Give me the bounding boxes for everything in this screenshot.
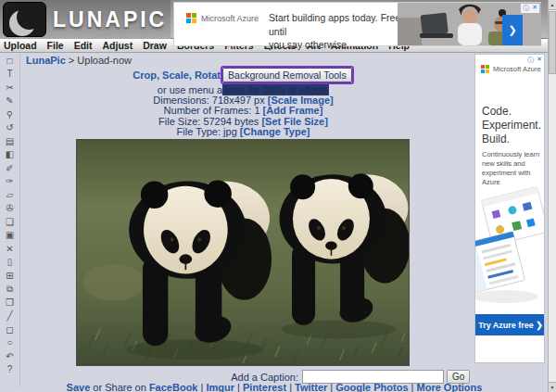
lunapic-logo[interactable]: LUNAPIC (0, 0, 171, 39)
ad-brand: Microsoft Azure (493, 65, 541, 73)
twitter-link[interactable]: Twitter (295, 382, 327, 392)
microsoft-logo-icon (186, 13, 196, 23)
info-label: File Type: (177, 126, 224, 137)
share-joiner-text: or Share on (90, 382, 149, 392)
info-value: 57294 bytes (203, 116, 261, 127)
menu-item-upload[interactable]: Upload (4, 40, 45, 51)
info-value: 718x497 px (212, 95, 268, 106)
ad-close-icon[interactable]: ✕ (532, 4, 537, 13)
try-azure-free-button[interactable]: Try Azure free ❯ (475, 314, 545, 335)
add-frame-link[interactable]: [Add Frame] (263, 105, 323, 116)
scissors-tool-icon[interactable]: ✂ (6, 81, 13, 95)
select-rectangle-tool-icon[interactable]: □ (6, 54, 12, 68)
menu-item-edit[interactable]: Edit (74, 40, 101, 51)
zoom-tool-icon[interactable]: ⚲ (6, 107, 13, 121)
edit-actions-links[interactable]: Crop, Scale, Rotat (133, 70, 221, 81)
square-shape-tool-icon[interactable]: ◻ (6, 322, 13, 336)
save-tool-icon[interactable]: ▣ (6, 229, 14, 243)
facebook-link[interactable]: FaceBook (149, 382, 198, 392)
new-page-tool-icon[interactable]: ▯ (7, 256, 13, 270)
top-banner-strip: LUNAPIC Microsoft Azure Start building a… (0, 0, 556, 39)
more-options-link[interactable]: More Options (417, 382, 483, 392)
site-title: LUNAPIC (53, 7, 167, 32)
set-file-size-link[interactable]: [Set File Size] (261, 116, 328, 127)
share-separator: | (327, 382, 335, 392)
ad-headline: Start building apps today. Free until yo… (269, 11, 408, 52)
ad-headline-word: Code. (482, 105, 541, 119)
pencil-tool-icon[interactable]: ✎ (6, 95, 13, 108)
info-label: Dimensions: (153, 95, 212, 106)
scroll-down-arrow[interactable]: ▼ (549, 382, 556, 392)
info-label: File Size: (158, 116, 203, 127)
ad-brand: Microsoft Azure (201, 14, 259, 23)
info-value: jpg (223, 126, 240, 137)
attach-tool-icon[interactable]: ✇ (6, 202, 13, 216)
azure-screens-graphic (475, 178, 545, 315)
copy-tool-icon[interactable]: ❐ (6, 296, 14, 310)
info-label: Number of Frames: (164, 105, 255, 116)
export-image-tool-icon[interactable]: ⧉ (6, 283, 13, 297)
uploaded-image[interactable] (76, 139, 410, 366)
save-link[interactable]: Save (67, 382, 91, 392)
eraser-tool-icon[interactable]: ▱ (6, 188, 14, 202)
tool-palette: □T✂✎⚲↺▤◧✐✑▱✇❏▣✕▯⊞⧉❐╱◻○↶? (0, 54, 20, 387)
microsoft-logo-icon (481, 65, 489, 73)
print-tool-icon[interactable]: ⊞ (6, 269, 13, 283)
pen-tool-icon[interactable]: ✑ (6, 175, 13, 189)
share-separator: | (286, 382, 295, 392)
ad-headline-word: Experiment. (482, 119, 541, 133)
crescent-moon-icon (9, 10, 35, 36)
highlight-box: Background Removal Tools (221, 66, 354, 84)
lunapic-app: LUNAPIC Microsoft Azure Start building a… (0, 0, 556, 392)
background-removal-tools-button[interactable]: Background Removal Tools (222, 68, 352, 82)
scale-image-link[interactable]: [Scale Image] (268, 95, 334, 106)
sidebar-ad[interactable]: ⓘ ✕ Microsoft Azure Code. Experiment. Bu… (474, 54, 545, 363)
brush-tool-icon[interactable]: ✐ (6, 161, 13, 175)
adchoices-icon[interactable]: ⓘ (523, 4, 529, 13)
menu-item-adjust[interactable]: Adjust (103, 40, 142, 51)
fill-tool-icon[interactable]: ◧ (6, 148, 14, 162)
top-ad-banner[interactable]: Microsoft Azure Start building apps toda… (173, 2, 541, 46)
delete-tool-icon[interactable]: ✕ (6, 242, 13, 256)
ad-close-icon[interactable]: ✕ (537, 56, 542, 65)
share-separator: | (409, 382, 417, 392)
menu-item-file[interactable]: File (47, 40, 72, 51)
scrollbar[interactable]: ▲ ▼ (548, 0, 556, 392)
gradient-tool-icon[interactable]: ▤ (6, 134, 14, 148)
scroll-up-arrow[interactable]: ▲ (549, 0, 556, 10)
share-separator: | (234, 382, 243, 392)
circle-shape-tool-icon[interactable]: ○ (6, 336, 12, 350)
text-tool-icon[interactable]: T (6, 68, 12, 82)
ad-headline-line1: Start building apps today. Free until (269, 11, 408, 38)
google-photos-link[interactable]: Google Photos (335, 382, 408, 392)
adchoices-icon[interactable]: ⓘ (527, 56, 534, 65)
open-file-tool-icon[interactable]: ❏ (6, 215, 14, 229)
scrollbar-thumb[interactable] (549, 11, 556, 74)
pinterest-link[interactable]: Pinterest (243, 382, 286, 392)
menu-item-draw[interactable]: Draw (143, 40, 175, 51)
imgur-link[interactable]: Imgur (206, 382, 234, 392)
lunapic-logo-icon (3, 2, 46, 37)
image-info-block: Crop, Scale, Rotat Background Removal To… (28, 65, 459, 148)
rotate-tool-icon[interactable]: ↺ (6, 121, 13, 135)
ad-next-arrow-button[interactable]: ❯ (502, 15, 523, 45)
undo-tool-icon[interactable]: ↶ (6, 349, 13, 363)
info-value: 1 (254, 105, 262, 116)
ad-headline-line2: you say otherwise. (269, 38, 408, 52)
ad-headline: Code. Experiment. Build. (482, 105, 541, 146)
ad-headline-word: Build. (482, 133, 541, 146)
change-type-link[interactable]: [Change Type] (240, 126, 310, 137)
share-links-row: Save or Share on FaceBook | Imgur | Pint… (0, 382, 549, 392)
line-tool-icon[interactable]: ╱ (6, 310, 12, 323)
help-tool-icon[interactable]: ? (7, 363, 13, 377)
